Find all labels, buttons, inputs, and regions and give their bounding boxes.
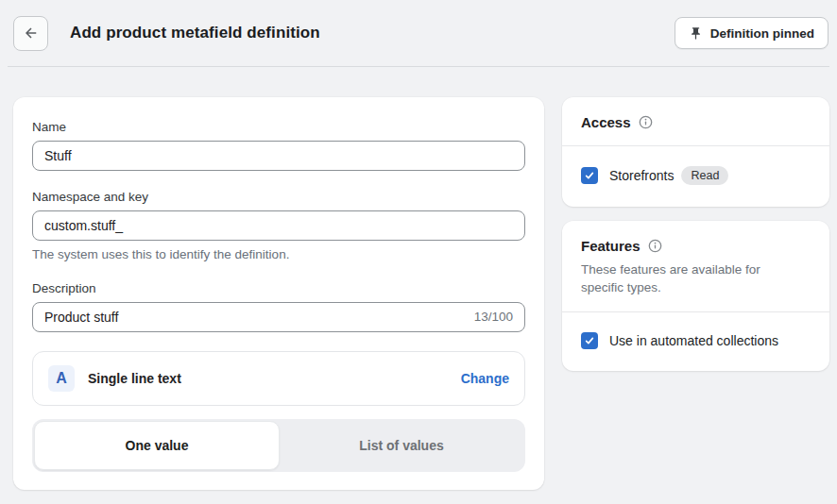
definition-pinned-button[interactable]: Definition pinned bbox=[675, 17, 828, 49]
namespace-help-text: The system uses this to identify the def… bbox=[32, 247, 525, 262]
storefronts-checkbox[interactable] bbox=[581, 167, 598, 184]
character-counter: 13/100 bbox=[474, 310, 513, 324]
automated-collections-label: Use in automated collections bbox=[609, 333, 778, 348]
namespace-label: Namespace and key bbox=[32, 190, 525, 205]
pin-icon bbox=[689, 26, 703, 41]
checkmark-icon bbox=[584, 170, 595, 181]
info-icon[interactable] bbox=[648, 239, 662, 253]
main-content: Name Namespace and key The system uses t… bbox=[13, 97, 829, 490]
page-header: Add product metafield definition Definit… bbox=[8, 0, 829, 67]
side-column: Access Storefronts Read bbox=[562, 97, 829, 371]
access-card-body: Storefronts Read bbox=[562, 146, 829, 207]
access-card-header: Access bbox=[562, 97, 829, 145]
name-field-group: Name bbox=[32, 120, 525, 171]
features-card-header: Features These features are available fo… bbox=[562, 221, 829, 311]
name-label: Name bbox=[32, 120, 525, 135]
storefronts-row: Storefronts Read bbox=[581, 166, 811, 185]
features-description: These features are available for specifi… bbox=[581, 260, 794, 296]
change-type-link[interactable]: Change bbox=[461, 371, 509, 386]
single-line-text-icon: A bbox=[48, 365, 75, 392]
back-button[interactable] bbox=[13, 16, 48, 51]
read-badge: Read bbox=[681, 166, 728, 185]
features-card: Features These features are available fo… bbox=[562, 221, 829, 371]
access-card: Access Storefronts Read bbox=[562, 97, 829, 207]
description-input[interactable] bbox=[32, 302, 525, 332]
namespace-input[interactable] bbox=[32, 210, 525, 241]
content-type-row: A Single line text Change bbox=[32, 351, 525, 406]
tab-one-value[interactable]: One value bbox=[34, 421, 280, 470]
definition-form-card: Name Namespace and key The system uses t… bbox=[13, 97, 544, 490]
arrow-left-icon bbox=[23, 25, 40, 42]
storefronts-label: Storefronts bbox=[609, 168, 674, 183]
description-label: Description bbox=[32, 281, 525, 296]
name-input[interactable] bbox=[32, 141, 525, 171]
features-title: Features bbox=[581, 238, 641, 254]
namespace-field-group: Namespace and key The system uses this t… bbox=[32, 190, 525, 262]
definition-pinned-label: Definition pinned bbox=[710, 26, 814, 41]
features-card-body: Use in automated collections bbox=[562, 312, 829, 371]
description-input-wrap: 13/100 bbox=[32, 302, 525, 332]
description-field-group: Description 13/100 bbox=[32, 281, 525, 332]
page-title: Add product metafield definition bbox=[70, 24, 320, 42]
checkmark-icon bbox=[584, 335, 595, 346]
value-mode-tabs: One value List of values bbox=[32, 419, 525, 472]
info-icon[interactable] bbox=[639, 115, 653, 129]
automated-collections-checkbox[interactable] bbox=[581, 332, 598, 349]
content-type-label: Single line text bbox=[88, 371, 181, 386]
access-title: Access bbox=[581, 114, 631, 130]
tab-list-of-values[interactable]: List of values bbox=[280, 421, 523, 470]
automated-collections-row: Use in automated collections bbox=[581, 332, 811, 349]
